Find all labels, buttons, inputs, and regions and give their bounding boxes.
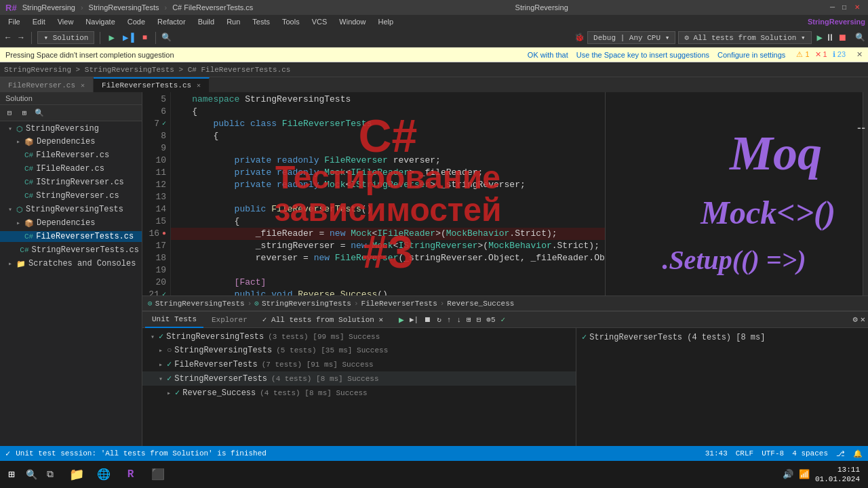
menu-run[interactable]: Run [221, 16, 245, 27]
menu-build[interactable]: Build [193, 16, 220, 27]
taskbar-chrome[interactable]: 🌐 [92, 462, 116, 487]
menu-vcs[interactable]: VCS [307, 16, 333, 27]
file-ifilereader-cs[interactable]: C# IFileReader.cs [0, 162, 142, 176]
rerun-tests-btn[interactable]: ↻ [435, 315, 443, 324]
test-check-btn[interactable]: ✓ [499, 315, 508, 324]
toolbar-debug[interactable]: ▶▐ [120, 30, 137, 45]
info-error: ✕ 1 [815, 50, 827, 59]
info-ok-btn[interactable]: OK with that [528, 51, 568, 59]
tab-filereverser[interactable]: FileReverser.cs ✕ [0, 77, 94, 92]
menu-tests[interactable]: Tests [247, 16, 275, 27]
info-space-btn[interactable]: Use the Space key to insert suggestions [576, 51, 709, 59]
folder-scratches[interactable]: ▸ 📁 Scratches and Consoles [0, 257, 142, 270]
close-button[interactable]: ✕ [854, 3, 863, 12]
run-all-tests-btn[interactable]: ▶ [397, 314, 406, 325]
project-stringreversing-tests[interactable]: ▾ ⬡ StringReversingTests [0, 203, 142, 216]
solution-header: Solution [0, 92, 142, 105]
file-istringreverser-cs[interactable]: C# IStringReverser.cs [0, 176, 142, 189]
file-stringreverser-tests-cs[interactable]: C# StringReverserTests.cs [0, 243, 142, 257]
code-content[interactable]: namespace StringReversingTests { public … [171, 92, 605, 296]
debug-config[interactable]: Debug | Any CPU ▾ [587, 31, 675, 44]
menu-help[interactable]: Help [372, 16, 399, 27]
tab-filereverser-tests[interactable]: FileReverserTests.cs ✕ [94, 77, 210, 92]
sol-expand-btn[interactable]: ⊞ [18, 106, 31, 120]
project-dependencies[interactable]: ▸ 📦 Dependencies [0, 135, 142, 148]
code-line-12: private readonly Mock<IStringReverser> _… [171, 179, 605, 191]
stop-tests-btn[interactable]: ⏹ [422, 315, 433, 324]
bottom-settings-btn[interactable]: ⚙ [853, 314, 858, 325]
project-tests-dependencies[interactable]: ▸ 📦 Dependencies [0, 216, 142, 230]
file-filereverser-tests-cs[interactable]: C# FileReverserTests.cs [0, 230, 142, 243]
menu-edit[interactable]: Edit [27, 16, 51, 27]
menu-window[interactable]: Window [334, 16, 371, 27]
info-close-btn[interactable]: ✕ [856, 50, 863, 59]
tab-filereverser-label: FileReverser.cs [8, 81, 75, 89]
toolbar-zoom[interactable]: 🔍 [855, 33, 865, 43]
sol-collapse-btn[interactable]: ⊟ [3, 106, 16, 120]
stop-btn[interactable]: ⏹ [837, 33, 847, 43]
project-stringreversing[interactable]: ▾ ⬡ StringReversing [0, 123, 142, 135]
tab-filereverser-close[interactable]: ✕ [81, 81, 85, 89]
project-stringreversing-label: StringReversing [26, 124, 99, 134]
play-btn[interactable]: ▶ [817, 32, 823, 43]
toolbar-forward[interactable]: → [16, 32, 26, 44]
test-filter-btn[interactable]: ⊚5 [484, 315, 497, 324]
file-filereverser-cs[interactable]: C# FileReverser.cs [0, 148, 142, 162]
code-area[interactable]: 5 6 7✓ 8 9 10 11 12 13 14 15 16● 17 18 1… [142, 92, 868, 296]
run-selected-tests-btn[interactable]: ▶| [408, 315, 420, 324]
scratches-label: Scratches and Consoles [28, 259, 136, 268]
tab-all-tests[interactable]: ✓ All tests from Solution ✕ [256, 312, 390, 328]
search-btn[interactable]: 🔍 [22, 469, 41, 481]
toolbar-solution[interactable]: ▾ Solution [37, 31, 94, 44]
test-item-reversesuccess[interactable]: ▸ ✓ Reverse_Success (4 tests) [8 ms] Suc… [142, 386, 576, 400]
taskbar-vs[interactable]: R [119, 462, 143, 487]
taskbar-file-explorer[interactable]: 📁 [64, 462, 89, 487]
test-item-stringreversing[interactable]: ▸ ○ StringReversingTests (5 tests) [35 m… [142, 344, 576, 357]
filereverser-cs-label: FileReverser.cs [36, 150, 109, 160]
code-line-18: reverser = new FileReverser(_stringRever… [171, 252, 605, 264]
file-stringreverser-cs[interactable]: C# StringReverser.cs [0, 189, 142, 203]
taskview-btn[interactable]: ⧉ [43, 469, 58, 480]
test-detail-label: StringReverserTests (4 tests) [8 ms] [589, 333, 765, 342]
menu-view[interactable]: View [52, 16, 79, 27]
info-configure-btn[interactable]: Configure in settings [717, 51, 785, 59]
tab-unit-tests[interactable]: Unit Tests [145, 312, 203, 328]
test-item-stringreverser[interactable]: ▾ ✓ StringReverserTests (4 tests) [8 ms]… [142, 371, 576, 386]
menu-tools[interactable]: Tools [277, 16, 305, 27]
menu-file[interactable]: File [3, 16, 26, 27]
toolbar-stop[interactable]: ■ [140, 32, 150, 44]
pause-btn[interactable]: ⏸ [825, 33, 835, 43]
bottom-close-btn[interactable]: ✕ [861, 314, 865, 325]
toolbar-run[interactable]: ▶ [106, 30, 117, 45]
tab-filereverser-tests-close[interactable]: ✕ [197, 81, 201, 89]
main-content: Solution ⊟ ⊞ 🔍 ▾ ⬡ StringReversing [0, 92, 868, 446]
minimize-button[interactable]: ─ [830, 3, 838, 12]
test-expand-btn[interactable]: ⊞ [465, 315, 473, 324]
code-line-21: public void Reverse_Success() [171, 289, 605, 296]
menu-navigate[interactable]: Navigate [80, 16, 120, 27]
tray-network[interactable]: 📶 [799, 469, 810, 480]
menu-bar: File Edit View Navigate Code Refactor Bu… [0, 15, 868, 28]
test-down-btn[interactable]: ↓ [454, 316, 463, 324]
sol-search-btn[interactable]: 🔍 [33, 106, 46, 120]
run-tests-btn[interactable]: ⚙ All tests from Solution ▾ [678, 31, 811, 44]
test-item-filereverser[interactable]: ▸ ✓ FileReverserTests (7 tests) [91 ms] … [142, 357, 576, 371]
info-count: ℹ 23 [833, 50, 846, 59]
menu-refactor[interactable]: Refactor [152, 16, 191, 27]
test-item-all[interactable]: ▾ ✓ StringReversingTests (3 tests) [99 m… [142, 329, 576, 344]
setup-label: .Setup(() =>) [662, 244, 806, 276]
taskbar-terminal[interactable]: ⬛ [146, 462, 170, 487]
start-btn[interactable]: ⊞ [3, 468, 20, 481]
test-up-btn[interactable]: ↑ [445, 316, 454, 324]
info-warning: ⚠ 1 [796, 50, 809, 59]
test-all-label: StringReversingTests [166, 332, 264, 342]
toolbar-back[interactable]: ← [3, 32, 13, 44]
test-stringreversing-label: StringReversingTests [174, 346, 272, 355]
window-controls[interactable]: ─ □ ✕ [830, 3, 863, 12]
maximize-button[interactable]: □ [842, 3, 850, 12]
test-collapse-btn[interactable]: ⊟ [475, 315, 484, 324]
tab-explorer[interactable]: Explorer [205, 312, 254, 328]
menu-code[interactable]: Code [122, 16, 151, 27]
tray-volume[interactable]: 🔊 [783, 469, 793, 480]
test-detail-row: ✓ StringReverserTests (4 tests) [8 ms] [579, 331, 865, 344]
